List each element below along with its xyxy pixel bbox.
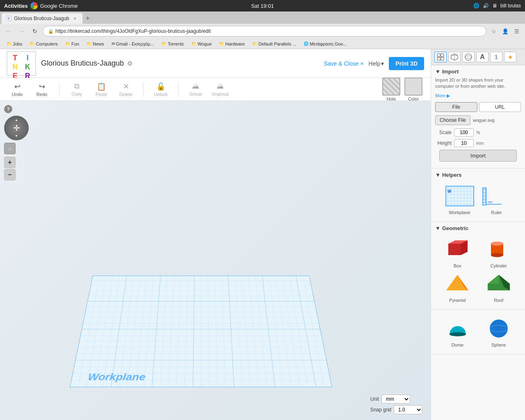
bookmark-star-icon[interactable]: ☆ — [489, 26, 499, 36]
import-button[interactable]: Import — [439, 150, 517, 162]
rp-tab-sphere[interactable] — [462, 52, 475, 62]
svg-rect-6 — [441, 54, 444, 57]
rp-tab-letter-a[interactable]: A — [476, 52, 488, 62]
dome-icon — [442, 317, 472, 340]
header-actions: Save & Close × Help ▾ Print 3D — [324, 57, 425, 70]
redo-label: Redo — [37, 92, 47, 97]
bookmark-translate[interactable]: 🌐 Μετάφραση Goo... — [300, 41, 350, 47]
cylinder-icon — [484, 238, 514, 261]
sphere-shape[interactable]: Sphere — [480, 316, 518, 347]
bookmark-wogue[interactable]: 📁 Wogue — [188, 41, 215, 47]
geometric-section-header[interactable]: ▼ Geometric — [435, 225, 521, 231]
unit-select[interactable]: mm cm in — [381, 395, 410, 404]
rp-tab-cube[interactable] — [448, 52, 461, 62]
rp-tab-star[interactable]: ★ — [504, 52, 516, 62]
pyramid-shape[interactable]: Pyramid — [438, 272, 477, 303]
rp-tab-number-1[interactable]: 1 — [490, 52, 502, 62]
toolbar: ↩ Undo ↪ Redo ⧉ Copy 📋 Paste ✕ Delete — [0, 78, 431, 101]
workplane-helper-icon: W — [444, 185, 475, 208]
redo-button[interactable]: ↪ Redo — [33, 82, 51, 97]
paste-button[interactable]: 📋 Paste — [92, 82, 110, 97]
zoom-in-button[interactable]: + — [4, 157, 16, 168]
browser-tab[interactable]: T Glorious Bruticus-Jaagub × — [2, 13, 82, 24]
svg-text:W: W — [447, 189, 452, 194]
zoom-out-button[interactable]: − — [4, 169, 16, 180]
bookmark-computers[interactable]: 📁 Computers — [26, 41, 61, 47]
tab-favicon: T — [6, 16, 11, 21]
save-close-button[interactable]: Save & Close × — [324, 60, 364, 67]
color-button[interactable]: Color — [404, 78, 422, 101]
group-button[interactable]: ⛰ Group — [187, 82, 205, 96]
unlock-button[interactable]: 🔓 Unlock — [152, 82, 170, 97]
tab-bar: T Glorious Bruticus-Jaagub × + — [0, 11, 525, 24]
help-button[interactable]: Help ▾ — [369, 60, 384, 67]
helpers-section-header[interactable]: ▼ Helpers — [435, 172, 521, 178]
dome-shape[interactable]: Dome — [438, 316, 477, 347]
svg-text:mm: mm — [488, 201, 493, 203]
tinkercad-logo[interactable]: T I N K E R C A D — [7, 51, 36, 76]
ruler-helper[interactable]: mm Ruler — [480, 184, 513, 215]
choose-file-button[interactable]: Choose File — [435, 115, 470, 125]
bookmark-translate-icon: 🌐 — [304, 41, 308, 46]
bookmark-hardware-label: Hardware — [225, 41, 245, 46]
bookmark-gmail[interactable]: ✉ Gmail - Εισερχόμ... — [108, 41, 158, 47]
menu-icon[interactable]: ☰ — [512, 26, 522, 36]
import-more-link[interactable]: More ▶ — [435, 93, 450, 98]
bookmark-news[interactable]: 📁 News — [83, 41, 107, 47]
copy-button[interactable]: ⧉ Copy — [68, 82, 86, 96]
print-3d-button[interactable]: Print 3D — [389, 57, 424, 70]
bookmark-jobs[interactable]: 📁 Jobs — [3, 41, 25, 47]
bookmark-hardware[interactable]: 📁 Hardware — [216, 41, 248, 47]
logo-i: I — [22, 54, 34, 62]
bookmark-parallels[interactable]: 📁 Default Parallels ... — [249, 41, 299, 47]
helpers-section: ▼ Helpers — [431, 169, 525, 222]
activities-button[interactable]: Activities — [4, 3, 28, 9]
compass-up-label: ▲ — [15, 118, 18, 122]
ungroup-button[interactable]: ⛰ Ungroup — [211, 82, 229, 96]
workplane-helper[interactable]: W Workplane — [443, 184, 476, 215]
bookmark-torrentz-label: Torrentz — [168, 41, 184, 46]
geometric-grid: Box Cylinder — [435, 234, 521, 306]
bookmark-gmail-label: Gmail - Εισερχόμ... — [116, 41, 154, 46]
bookmark-news-label: News — [93, 41, 104, 46]
box-label: Box — [454, 263, 461, 268]
height-input[interactable] — [454, 139, 474, 147]
refresh-button[interactable]: ↻ — [30, 26, 40, 37]
file-tab-button[interactable]: File — [435, 102, 477, 112]
unit-label: Unit — [370, 396, 379, 402]
url-tab-button[interactable]: URL — [479, 102, 521, 112]
svg-rect-5 — [437, 54, 440, 57]
rp-tab-grid[interactable] — [434, 52, 447, 62]
delete-button[interactable]: ✕ Delete — [117, 82, 135, 97]
person-icon[interactable]: 👤 — [500, 26, 510, 36]
tab-close-button[interactable]: × — [72, 15, 78, 22]
right-panel: A 1 ★ ▼ Import Import 2D or 3D shapes fr… — [431, 49, 525, 420]
view-home-button[interactable]: ⌂ — [4, 143, 16, 154]
new-tab-button[interactable]: + — [82, 13, 93, 24]
import-section-header[interactable]: ▼ Import — [435, 68, 521, 75]
snap-select[interactable]: 1.0 0.5 0.1 2.0 — [394, 405, 422, 414]
save-close-label: Save & Close — [324, 60, 359, 67]
url-bar[interactable]: 🔒 https://tinkercad.com/things/4JoOldFgX… — [43, 26, 486, 37]
undo-button[interactable]: ↩ Undo — [8, 82, 26, 97]
undo-label: Undo — [12, 92, 23, 97]
bookmark-wogue-label: Wogue — [198, 41, 212, 46]
help-circle-button[interactable]: ? — [4, 105, 12, 113]
datetime-label: Sat 19:01 — [251, 3, 274, 9]
bookmark-fun[interactable]: 📁 Fun — [62, 41, 82, 47]
user-label: bill toulas — [500, 3, 521, 9]
hole-button[interactable]: Hole — [382, 78, 400, 101]
compass[interactable]: ▲ ✛ ▼ — [4, 116, 29, 140]
viewport[interactable]: ? ▲ ✛ ▼ ⌂ + − — [0, 101, 431, 420]
bookmark-torrentz[interactable]: 📁 Torrentz — [158, 41, 187, 47]
cylinder-shape[interactable]: Cylinder — [480, 237, 518, 268]
svg-point-35 — [491, 253, 503, 257]
roof-shape[interactable]: Roof — [480, 272, 518, 303]
settings-icon[interactable]: ⚙ — [127, 60, 132, 67]
box-icon — [442, 238, 472, 261]
box-shape[interactable]: Box — [438, 237, 477, 268]
forward-button[interactable]: → — [16, 26, 27, 37]
scale-input[interactable] — [454, 128, 474, 137]
back-button[interactable]: ← — [3, 26, 14, 37]
bookmark-hardware-icon: 📁 — [219, 41, 224, 46]
